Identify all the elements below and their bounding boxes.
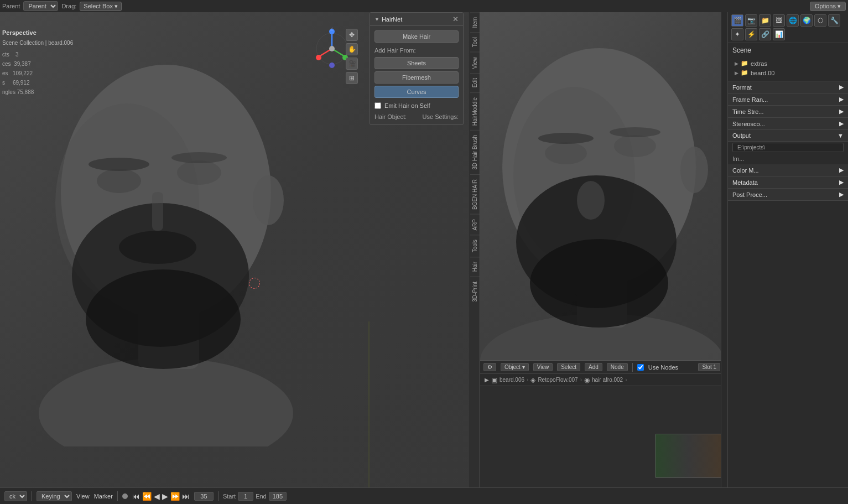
parent-select[interactable]: Parent: [23, 1, 58, 11]
node-node-btn[interactable]: Node: [607, 363, 628, 371]
options-button[interactable]: Options ▾: [810, 2, 846, 11]
stat-objects: cts 3: [2, 50, 73, 59]
start-val[interactable]: 1: [238, 492, 253, 501]
extras-icon: 📁: [741, 60, 748, 67]
tab-hair[interactable]: Hair: [470, 257, 480, 276]
keying-select[interactable]: Keying: [37, 491, 72, 501]
slot-btn[interactable]: Slot 1: [698, 363, 720, 371]
hairnet-chevron: ▼: [374, 17, 379, 22]
tab-tools[interactable]: Tools: [470, 235, 480, 257]
tab-view[interactable]: View: [470, 52, 480, 74]
bc-arrow1: ›: [527, 377, 528, 383]
scroll-stub: [721, 12, 727, 487]
marker-btn[interactable]: Marker: [94, 493, 113, 500]
viewport-separator: [480, 12, 480, 487]
particles-icon-btn[interactable]: ✦: [731, 28, 743, 40]
node-select-btn[interactable]: Select: [557, 363, 580, 371]
svg-text:Z: Z: [330, 28, 334, 32]
post-proc-section[interactable]: Post Proce... ▶: [728, 189, 848, 201]
emit-hair-checkbox[interactable]: [374, 102, 381, 109]
data-icon-btn[interactable]: 📊: [773, 28, 785, 40]
beard-label: beard.00: [751, 70, 774, 76]
output-section[interactable]: Output ▼: [728, 130, 848, 142]
panel-close-btn[interactable]: ✕: [452, 15, 459, 23]
gizmo-svg: Z: [314, 28, 350, 69]
bc-beard[interactable]: beard.006: [500, 377, 524, 383]
tab-hairmoddie[interactable]: HairModdie: [470, 92, 480, 130]
stereoscopy-section[interactable]: Stereosco... ▶: [728, 118, 848, 130]
hair-object-label: Hair Object:: [374, 113, 407, 120]
hair-object-row: Hair Object: Use Settings:: [374, 113, 459, 120]
make-hair-button[interactable]: Make Hair: [374, 30, 459, 43]
hand-tool[interactable]: ✋: [346, 43, 358, 55]
node-canvas[interactable]: [480, 386, 724, 480]
viewport-collection: Scene Collection | beard.006: [2, 38, 73, 48]
scene2-icon-btn[interactable]: 🌐: [787, 14, 799, 27]
node-add-btn[interactable]: Add: [585, 363, 602, 371]
tab-tool[interactable]: Tool: [470, 32, 480, 51]
tab-3dprint[interactable]: 3D-Print: [470, 277, 480, 306]
next-btn[interactable]: ⏩: [170, 492, 180, 501]
svg-point-34: [329, 46, 335, 51]
stat-verts: ces 39,387: [2, 59, 73, 69]
bc-retopo[interactable]: RetopoFlow.007: [538, 377, 578, 383]
metadata-header: Metadata ▶: [732, 179, 844, 186]
scene-icon-btn[interactable]: 🎬: [731, 14, 743, 27]
render-icon-btn[interactable]: 📷: [745, 14, 757, 27]
select-box-dropdown[interactable]: Select Box ▾: [80, 2, 122, 11]
node-breadcrumb: ▶ ▣ beard.006 › ◈ RetopoFlow.007 › ◉ hai…: [480, 374, 724, 386]
mode-select[interactable]: ck: [4, 491, 27, 501]
svg-point-44: [538, 133, 594, 144]
constraint-icon-btn[interactable]: 🔗: [759, 28, 771, 40]
prev-frame-btn[interactable]: ⏪: [142, 492, 152, 501]
bc-hair[interactable]: hair afro.002: [592, 377, 623, 383]
bc-arrow3: ›: [625, 377, 627, 383]
time-stretch-section[interactable]: Time Stre... ▶: [728, 106, 848, 118]
skip-end-btn[interactable]: ⏭: [182, 492, 190, 501]
tab-item[interactable]: Item: [470, 12, 480, 32]
tree-item-extras[interactable]: ▶ 📁 extras: [732, 59, 844, 68]
svg-point-45: [610, 127, 660, 137]
output-path[interactable]: E:\projects\: [732, 143, 844, 152]
toolbar-divider: [632, 363, 633, 372]
viewlayer-icon-btn[interactable]: 🖼: [773, 14, 785, 27]
bottom-separator1: [32, 491, 32, 501]
use-nodes-checkbox[interactable]: [637, 364, 644, 371]
tree-item-beard[interactable]: ▶ 📁 beard.00: [732, 68, 844, 77]
metadata-section[interactable]: Metadata ▶: [728, 176, 848, 189]
obj-icon-btn[interactable]: ⬡: [814, 14, 826, 27]
svg-point-43: [614, 135, 656, 157]
physics-icon-btn[interactable]: ⚡: [745, 28, 757, 40]
frame-current[interactable]: 35: [194, 492, 214, 501]
modifier-icon-btn[interactable]: 🔧: [828, 14, 840, 27]
frame-range-section[interactable]: Frame Ran... ▶: [728, 93, 848, 106]
format-section[interactable]: Format ▶: [728, 81, 848, 93]
bc-mesh-icon: ▣: [491, 376, 497, 384]
world-icon-btn[interactable]: 🌍: [800, 14, 813, 27]
fibermesh-button[interactable]: Fibermesh: [374, 71, 459, 84]
svg-point-18: [86, 269, 241, 369]
extras-arrow: ▶: [735, 61, 738, 66]
node-editor: ⚙ Object ▾ View Select Add Node Use Node…: [480, 360, 724, 487]
grid-tool[interactable]: ⊞: [346, 72, 358, 84]
hairnet-body: Make Hair Add Hair From: Sheets Fibermes…: [370, 26, 463, 124]
camera-tool[interactable]: 🎥: [346, 58, 358, 70]
move-tool[interactable]: ✥: [346, 29, 358, 41]
output-icon-btn[interactable]: 📁: [759, 14, 771, 27]
tab-arp[interactable]: ARP: [470, 214, 480, 235]
play-btn[interactable]: ▶: [162, 492, 168, 501]
color-mgt-section[interactable]: Color M... ▶: [728, 164, 848, 176]
node-view-btn[interactable]: View: [533, 363, 553, 371]
sheets-button[interactable]: Sheets: [374, 57, 459, 69]
curves-button[interactable]: Curves: [374, 86, 459, 98]
skip-start-btn[interactable]: ⏮: [132, 492, 140, 501]
tab-3dhairbrush[interactable]: 3D Hair Brush: [470, 130, 480, 174]
tab-edit[interactable]: Edit: [470, 73, 480, 92]
end-val[interactable]: 185: [269, 492, 287, 501]
prev-btn[interactable]: ◀: [154, 492, 160, 501]
view-btn[interactable]: View: [76, 493, 90, 500]
node-object-btn[interactable]: Object ▾: [501, 363, 529, 371]
format-arrow: ▶: [839, 84, 844, 91]
start-end-display: Start 1 End 185: [223, 492, 287, 501]
tab-bgenhair[interactable]: BGEN HAIR: [470, 174, 480, 214]
